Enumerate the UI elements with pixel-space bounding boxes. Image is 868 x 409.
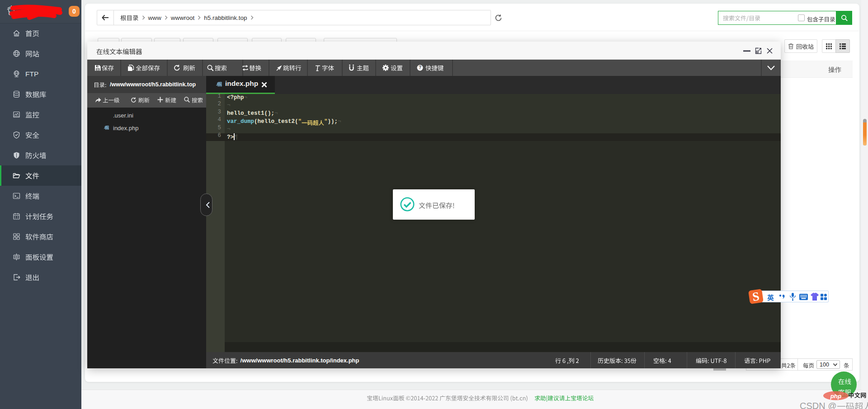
svg-text:php: php	[830, 393, 842, 400]
svg-text:?: ?	[419, 65, 421, 70]
